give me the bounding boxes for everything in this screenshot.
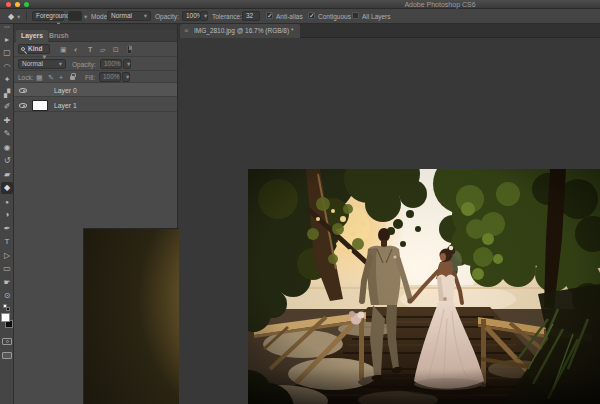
contiguous-label: Contiguous — [318, 13, 351, 20]
fill-source-select[interactable]: Foreground▾ — [32, 11, 64, 21]
tool-shape[interactable]: ▭ — [1, 263, 13, 275]
search-icon — [21, 47, 25, 51]
tool-hand[interactable]: ☛ — [1, 277, 13, 289]
layers-panel: Layers Brush Kind ▾ ▣ ◐ T ▱ ⊡ Normal ▾ O… — [14, 24, 178, 404]
pixel-layer-filter-icon[interactable]: ▣ — [60, 46, 67, 54]
tools-panel: ▸ ▢ ◠ ✦ ▞ ✐ ✚ ✎ ◉ ↺ ▰ ◆ ● ◑ ✒ T ▷ ▭ ☛ ⊙ — [0, 24, 14, 404]
tool-eyedropper[interactable]: ✐ — [1, 101, 13, 113]
layer-filter-toggle[interactable] — [127, 45, 132, 54]
zoom-window-button[interactable] — [24, 2, 29, 7]
layer-1-thumbnail[interactable] — [32, 100, 48, 111]
panel-tab-bar: Layers Brush — [14, 30, 177, 42]
tool-dodge[interactable]: ◑ — [1, 209, 13, 221]
document-tab[interactable]: × IMG_2810.jpg @ 16.7% (RGB/8) * — [180, 24, 300, 38]
opacity-input[interactable]: 100% — [182, 11, 200, 21]
visibility-eye-icon[interactable] — [19, 88, 27, 93]
lock-transparency-icon[interactable]: ▦ — [36, 74, 43, 82]
blend-row: Normal ▾ Opacity: 100% ▾ — [14, 57, 177, 71]
photo-canvas[interactable] — [248, 169, 600, 404]
chevron-down-icon: ▾ — [144, 12, 147, 20]
fill-arrow-button[interactable]: ▾ — [122, 72, 130, 82]
minimize-window-button[interactable] — [15, 2, 20, 7]
tool-path-selection[interactable]: ▷ — [1, 250, 13, 262]
layer-name[interactable]: Layer 1 — [54, 102, 77, 109]
tolerance-label: Tolerance: — [212, 13, 242, 20]
tool-healing-brush[interactable]: ✚ — [1, 115, 13, 127]
contiguous-checkbox[interactable]: ✓ — [308, 12, 315, 19]
lock-label: Lock: — [18, 74, 34, 81]
default-colors-icon[interactable] — [3, 304, 11, 311]
tool-history-brush[interactable]: ↺ — [1, 155, 13, 167]
pattern-arrow-icon[interactable]: ▾ — [84, 13, 87, 21]
close-document-icon[interactable]: × — [184, 24, 189, 38]
tool-blur[interactable]: ● — [1, 196, 13, 208]
layer-row-layer-0[interactable]: Layer 0 — [14, 83, 177, 97]
canvas-area: × IMG_2810.jpg @ 16.7% (RGB/8) * — [179, 24, 600, 404]
lock-row: Lock: ▦ ✎ + Fill: 100% ▾ — [14, 71, 177, 83]
quick-mask-button[interactable] — [2, 338, 12, 345]
tools-panel-grip[interactable] — [4, 26, 10, 28]
opacity-label: Opacity: — [155, 13, 179, 20]
opacity-arrow-button[interactable]: ▾ — [200, 11, 208, 21]
fill-label: Fill: — [85, 74, 95, 81]
blend-mode-select[interactable]: Normal ▾ — [18, 59, 66, 69]
tool-magic-wand[interactable]: ✦ — [1, 74, 13, 86]
foreground-color-swatch[interactable] — [1, 313, 10, 322]
title-bar: Adobe Photoshop CS6 — [0, 0, 600, 9]
tool-move[interactable]: ▸ — [1, 34, 13, 46]
opacity-label: Opacity: — [72, 61, 96, 68]
tolerance-input[interactable]: 32 — [242, 11, 260, 21]
layer-name[interactable]: Layer 0 — [54, 87, 77, 94]
tool-preset-arrow-icon[interactable]: ▾ — [17, 13, 20, 21]
opacity-arrow-button[interactable]: ▾ — [123, 59, 131, 69]
tool-pen[interactable]: ✒ — [1, 223, 13, 235]
tool-lasso[interactable]: ◠ — [1, 61, 13, 73]
tool-options-bar: ◆ ▾ Foreground▾ ▾ Mode: Normal▾ Opacity:… — [0, 9, 600, 24]
tool-crop[interactable]: ▞ — [1, 88, 13, 100]
tab-brush[interactable]: Brush — [44, 30, 74, 42]
kind-filter-select[interactable]: Kind ▾ — [18, 44, 50, 54]
photoshop-window: Adobe Photoshop CS6 ◆ ▾ Foreground▾ ▾ Mo… — [0, 0, 600, 404]
document-tab-bar: × IMG_2810.jpg @ 16.7% (RGB/8) * — [179, 24, 600, 38]
adjustment-layer-filter-icon[interactable]: ◐ — [74, 46, 78, 53]
window-title: Adobe Photoshop CS6 — [370, 1, 510, 8]
lock-all-icon[interactable] — [70, 76, 75, 80]
layer-row-layer-1[interactable]: Layer 1 — [14, 98, 177, 112]
tool-type[interactable]: T — [1, 236, 13, 248]
all-layers-label: All Layers — [362, 13, 391, 20]
layer-filter-row: Kind ▾ ▣ ◐ T ▱ ⊡ — [14, 42, 177, 57]
shape-layer-filter-icon[interactable]: ▱ — [100, 46, 105, 54]
lock-image-icon[interactable]: ✎ — [48, 74, 54, 82]
tool-paint-bucket[interactable]: ◆ — [1, 182, 13, 194]
tool-brush[interactable]: ✎ — [1, 128, 13, 140]
visibility-eye-icon[interactable] — [19, 103, 27, 108]
tool-zoom[interactable]: ⊙ — [1, 290, 13, 302]
anti-alias-checkbox[interactable]: ✓ — [266, 12, 273, 19]
fill-input[interactable]: 100% — [99, 72, 121, 82]
tool-clone-stamp[interactable]: ◉ — [1, 142, 13, 154]
foreground-background-swatches[interactable] — [1, 313, 14, 329]
layer-opacity-input[interactable]: 100% — [100, 59, 122, 69]
screen-mode-button[interactable] — [2, 352, 12, 359]
type-layer-filter-icon[interactable]: T — [88, 46, 92, 53]
smart-object-filter-icon[interactable]: ⊡ — [113, 46, 119, 54]
pattern-swatch[interactable] — [68, 11, 82, 21]
chevron-down-icon: ▾ — [59, 60, 62, 68]
document-tab-title: IMG_2810.jpg @ 16.7% (RGB/8) * — [194, 27, 293, 34]
paint-bucket-icon: ◆ — [8, 12, 14, 21]
lock-position-icon[interactable]: + — [59, 74, 63, 81]
close-window-button[interactable] — [6, 2, 11, 7]
mode-select[interactable]: Normal▾ — [107, 11, 151, 21]
divider — [26, 11, 27, 21]
anti-alias-label: Anti-alias — [276, 13, 303, 20]
tool-eraser[interactable]: ▰ — [1, 169, 13, 181]
all-layers-checkbox[interactable] — [352, 12, 359, 19]
tool-rectangular-marquee[interactable]: ▢ — [1, 47, 13, 59]
